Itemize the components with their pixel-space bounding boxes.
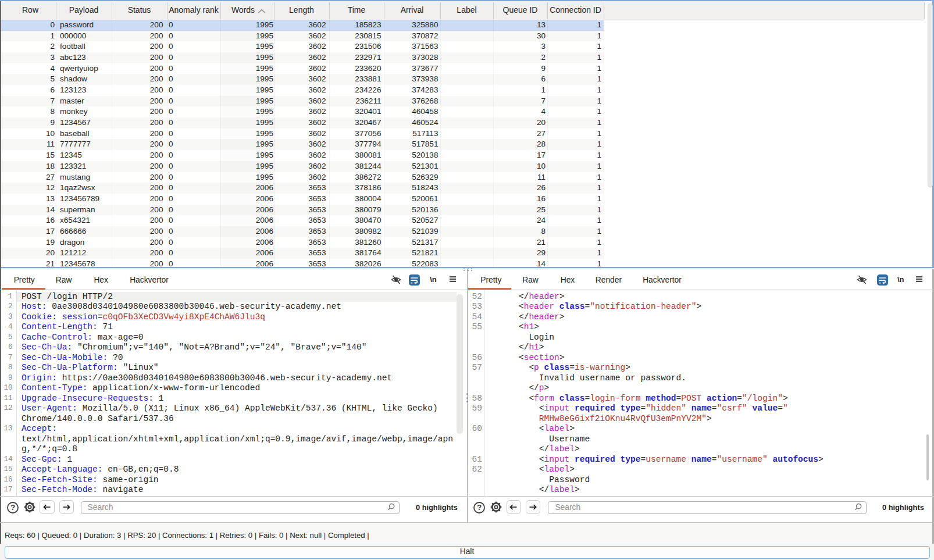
svg-text:?: ? <box>477 503 482 512</box>
svg-text:?: ? <box>10 503 15 512</box>
